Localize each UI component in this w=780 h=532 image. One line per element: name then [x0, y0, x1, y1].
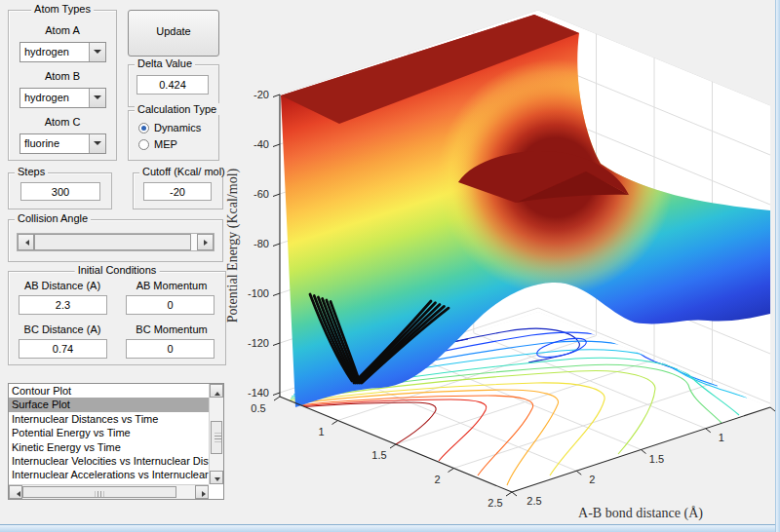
- steps-title: Steps: [15, 166, 48, 177]
- bc-tick-label: 1: [318, 426, 324, 437]
- collision-angle-title: Collision Angle: [15, 212, 91, 224]
- atom-b-dropdown[interactable]: hydrogen: [20, 88, 106, 108]
- horizontal-scroll-thumb[interactable]: [22, 486, 176, 498]
- z-axis-label: Potential Energy (Kcal/mol): [226, 168, 241, 323]
- bc-distance-input[interactable]: [19, 339, 107, 359]
- bc-tick-label: 2.5: [488, 497, 502, 509]
- cutoff-title: Cutoff (Kcal/ mol): [139, 166, 228, 177]
- atom-a-value: hydrogen: [24, 46, 69, 57]
- chevron-down-icon[interactable]: [89, 89, 105, 107]
- vertical-scrollbar[interactable]: [209, 384, 223, 484]
- collision-angle-slider[interactable]: [17, 233, 214, 251]
- horizontal-scrollbar[interactable]: [9, 484, 209, 499]
- bc-momentum-label: BC Momentum: [122, 323, 221, 335]
- calculation-type-group: Calculation Type Dynamics MEP: [128, 110, 219, 161]
- plot-type-items: Contour Plot Surface Plot Internuclear D…: [9, 384, 209, 484]
- collision-angle-group: Collision Angle: [8, 219, 223, 262]
- bc-tick-label: 2: [434, 474, 440, 485]
- z-tick-label: -140: [248, 387, 269, 399]
- thumb-grip-icon: [214, 434, 221, 442]
- ab-momentum-label: AB Momentum: [122, 280, 221, 291]
- list-item[interactable]: Internuclear Velocities vs Internuclear …: [9, 454, 209, 468]
- atom-types-title: Atom Types: [31, 3, 94, 15]
- update-button-label: Update: [156, 25, 190, 37]
- z-tick-label: -40: [254, 138, 269, 150]
- list-item-selected[interactable]: Surface Plot: [9, 398, 209, 411]
- arrow-down-icon: [214, 477, 220, 484]
- ab-momentum-input[interactable]: [126, 295, 214, 315]
- calculation-type-title: Calculation Type: [135, 103, 219, 115]
- bc-tick-label: 0.5: [251, 402, 265, 414]
- delta-value-group: Delta Value: [128, 64, 219, 107]
- initial-conditions-title: Initial Conditions: [75, 264, 160, 276]
- atom-types-group: Atom Types Atom A hydrogen Atom B hydrog…: [8, 10, 117, 161]
- list-item[interactable]: Kinetic Energy vs Time: [9, 440, 209, 454]
- chevron-down-icon[interactable]: [89, 134, 105, 153]
- bc-momentum-input[interactable]: [126, 339, 214, 359]
- window-bottom-edge: [0, 524, 780, 532]
- list-item[interactable]: Internuclear Distances vs Time: [9, 412, 209, 426]
- arrow-up-icon: [214, 389, 220, 396]
- atom-c-label: Atom C: [9, 116, 116, 128]
- arrow-left-icon: [22, 240, 29, 246]
- bc-distance-label: BC Distance (A): [13, 323, 112, 335]
- radio-mep-label: MEP: [154, 138, 177, 150]
- atom-a-label: Atom A: [9, 24, 116, 36]
- radio-dynamics-label: Dynamics: [154, 122, 201, 133]
- atom-a-dropdown[interactable]: hydrogen: [20, 42, 106, 62]
- cutoff-input[interactable]: [143, 182, 212, 201]
- surface-plot-area: -20-40-60-80-100-120-1400.511.522.52.521…: [226, 0, 780, 532]
- ab-tick-label: 1.5: [649, 453, 664, 465]
- slider-thumb[interactable]: [34, 234, 191, 250]
- vertical-scroll-thumb[interactable]: [211, 421, 222, 454]
- initial-conditions-group: Initial Conditions AB Distance (A) AB Mo…: [8, 271, 226, 365]
- ab-tick-label: 2: [589, 474, 595, 485]
- atom-b-value: hydrogen: [24, 92, 69, 103]
- ab-distance-label: AB Distance (A): [13, 280, 112, 291]
- atom-b-label: Atom B: [9, 70, 116, 82]
- z-tick-label: -80: [254, 238, 269, 249]
- plot-type-listbox[interactable]: Contour Plot Surface Plot Internuclear D…: [8, 383, 224, 500]
- radio-selected-icon[interactable]: [138, 123, 149, 133]
- arrow-right-icon: [204, 240, 211, 246]
- scroll-down-button[interactable]: [210, 471, 223, 484]
- list-item[interactable]: Contour Plot: [9, 384, 209, 398]
- delta-value-input[interactable]: [136, 75, 209, 95]
- list-item[interactable]: Potential Energy vs Time: [9, 426, 209, 439]
- app-window: Atom Types Atom A hydrogen Atom B hydrog…: [0, 0, 780, 532]
- steps-input[interactable]: [20, 182, 100, 201]
- radio-mep[interactable]: MEP: [138, 138, 213, 151]
- ab-tick-label: 1: [719, 432, 724, 443]
- ab-tick-label: 2.5: [526, 495, 541, 507]
- surface-plot-canvas[interactable]: -20-40-60-80-100-120-1400.511.522.52.521…: [226, 0, 780, 532]
- z-tick-label: -20: [254, 89, 269, 100]
- bc-tick-label: 1.5: [371, 449, 386, 461]
- arrow-left-icon: [14, 491, 20, 497]
- thumb-grip-icon: [96, 491, 104, 497]
- update-button[interactable]: Update: [128, 10, 219, 57]
- radio-dynamics[interactable]: Dynamics: [138, 122, 213, 134]
- arrow-right-icon: [202, 491, 209, 497]
- z-tick-label: -60: [254, 188, 269, 200]
- slider-right-arrow[interactable]: [197, 234, 214, 250]
- window-right-edge: [775, 0, 780, 532]
- steps-group: Steps: [8, 172, 112, 209]
- z-tick-label: -120: [248, 337, 269, 349]
- radio-unselected-icon[interactable]: [138, 139, 149, 150]
- scroll-up-button[interactable]: [210, 384, 223, 398]
- slider-left-arrow[interactable]: [18, 234, 34, 250]
- x-axis-label: A-B bond distance (Å): [578, 506, 703, 521]
- z-tick-label: -100: [248, 287, 269, 299]
- cutoff-group: Cutoff (Kcal/ mol): [133, 172, 223, 209]
- list-item[interactable]: Internuclear Accelerations vs Internucle…: [9, 468, 209, 481]
- delta-value-title: Delta Value: [135, 57, 195, 69]
- atom-c-dropdown[interactable]: fluorine: [20, 133, 106, 154]
- atom-c-value: fluorine: [24, 137, 59, 149]
- ab-distance-input[interactable]: [19, 295, 107, 315]
- chevron-down-icon[interactable]: [89, 43, 105, 61]
- scroll-right-button[interactable]: [195, 485, 209, 499]
- scroll-left-button[interactable]: [9, 485, 22, 499]
